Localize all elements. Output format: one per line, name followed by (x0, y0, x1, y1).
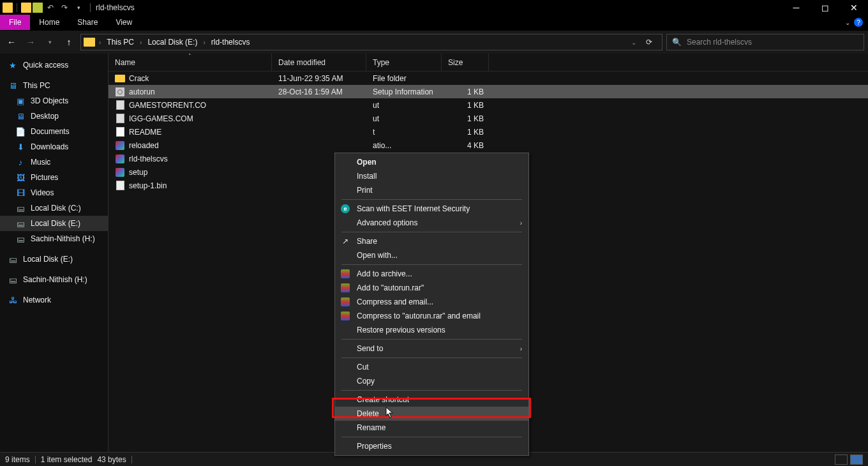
menu-item-restore-previous-versions[interactable]: Restore previous versions (335, 323, 528, 337)
up-button[interactable]: ↑ (61, 34, 77, 50)
view-large-icons-button[interactable] (850, 455, 863, 465)
sidebar-item-pictures[interactable]: 🖼Pictures (0, 170, 108, 185)
column-name[interactable]: Name˄ (108, 54, 272, 71)
breadcrumb[interactable]: Local Disk (E:) (146, 38, 199, 47)
file-icon (115, 167, 125, 177)
forward-button[interactable]: → (23, 34, 38, 50)
menu-item-share[interactable]: ↗Share (335, 234, 528, 248)
dropdown-icon[interactable]: ▾ (72, 1, 85, 14)
help-icon[interactable]: ? (854, 18, 863, 27)
status-selection: 1 item selected (41, 455, 93, 464)
menu-item-delete[interactable]: Delete (335, 407, 528, 421)
file-row[interactable]: IGG-GAMES.COMut1 KB (108, 112, 868, 125)
search-placeholder: Search rld-thelscvs (687, 38, 752, 47)
sidebar-item-3d-objects[interactable]: ▣3D Objects (0, 93, 108, 109)
file-row[interactable]: Crack11-Jun-22 9:35 AMFile folder (108, 71, 868, 85)
file-type: File folder (366, 74, 442, 83)
folder-icon[interactable] (33, 3, 43, 13)
sidebar-label: This PC (23, 81, 50, 90)
menu-item-compress-and-email[interactable]: Compress and email... (335, 295, 528, 309)
cube-icon: ▣ (15, 96, 26, 106)
sidebar-label: Pictures (31, 173, 58, 182)
file-name: setup-1.bin (129, 181, 167, 190)
menu-item-rename[interactable]: Rename (335, 421, 528, 435)
refresh-icon[interactable]: ⟳ (641, 34, 657, 50)
file-date: 11-Jun-22 9:35 AM (272, 74, 366, 83)
file-name: autorun (129, 87, 155, 96)
separator (17, 3, 17, 12)
sidebar-item-downloads[interactable]: ⬇Downloads (0, 139, 108, 154)
tab-home[interactable]: Home (30, 15, 68, 30)
sidebar-item-desktop[interactable]: 🖥Desktop (0, 109, 108, 124)
menu-item-add-to-autorun-rar[interactable]: Add to "autorun.rar" (335, 281, 528, 295)
sidebar-item-sachin-nithish-h-root[interactable]: 🖴Sachin-Nithish (H:) (0, 272, 108, 287)
menu-item-properties[interactable]: Properties (335, 439, 528, 453)
menu-item-compress-to-and-email[interactable]: Compress to "autorun.rar" and email (335, 309, 528, 323)
address-bar[interactable]: › This PC › Local Disk (E:) › rld-thelsc… (80, 34, 662, 50)
sidebar-item-network[interactable]: 🖧Network (0, 292, 108, 308)
undo-icon[interactable]: ↶ (44, 1, 57, 14)
minimize-button[interactable]: ─ (782, 0, 811, 15)
menu-separator (341, 232, 522, 232)
sidebar-item-local-disk-c[interactable]: 🖴Local Disk (C:) (0, 200, 108, 216)
sidebar-item-music[interactable]: ♪Music (0, 154, 108, 170)
menu-item-create-shortcut[interactable]: Create shortcut (335, 393, 528, 407)
file-name: IGG-GAMES.COM (129, 114, 193, 123)
sidebar-item-local-disk-e[interactable]: 🖴Local Disk (E:) (0, 216, 108, 231)
tab-share[interactable]: Share (68, 15, 107, 30)
breadcrumb[interactable]: rld-thelscvs (209, 38, 252, 47)
file-row[interactable]: READMEt1 KB (108, 125, 868, 139)
menu-item-eset-scan[interactable]: eScan with ESET Internet Security (335, 202, 528, 216)
recent-dropdown[interactable]: ▾ (42, 34, 57, 50)
file-size: 4 KB (442, 141, 489, 150)
file-row[interactable]: GAMESTORRENT.COut1 KB (108, 98, 868, 112)
sidebar-item-this-pc[interactable]: 🖥 This PC (0, 78, 108, 93)
sidebar-label: 3D Objects (31, 96, 68, 105)
sidebar-item-sachin-nithish-h[interactable]: 🖴Sachin-Nithish (H:) (0, 231, 108, 246)
separator (90, 3, 91, 12)
file-list: Name˄ Date modified Type Size Crack11-Ju… (108, 54, 868, 452)
sidebar-item-quick-access[interactable]: ★ Quick access (0, 57, 108, 73)
column-size[interactable]: Size (442, 54, 489, 71)
close-button[interactable]: ✕ (839, 0, 868, 15)
menu-item-cut[interactable]: Cut (335, 360, 528, 374)
chevron-right-icon[interactable]: › (98, 39, 102, 46)
folder-icon[interactable] (21, 3, 31, 13)
sidebar-item-videos[interactable]: 🎞Videos (0, 185, 108, 200)
folder-icon (84, 38, 95, 47)
maximize-button[interactable]: ◻ (811, 0, 839, 15)
sidebar-item-local-disk-e-root[interactable]: 🖴Local Disk (E:) (0, 252, 108, 267)
winrar-icon (340, 283, 350, 293)
chevron-right-icon[interactable]: › (138, 39, 143, 46)
sidebar-label: Music (31, 158, 50, 167)
chevron-down-icon[interactable]: ⌄ (845, 19, 850, 26)
back-button[interactable]: ← (4, 34, 19, 50)
sidebar-item-documents[interactable]: 📄Documents (0, 124, 108, 139)
chevron-right-icon[interactable]: › (202, 39, 206, 46)
menu-item-open-with[interactable]: Open with... (335, 248, 528, 262)
file-type: ut (366, 101, 442, 110)
file-type: t (366, 128, 442, 137)
menu-item-send-to[interactable]: Send to› (335, 342, 528, 356)
breadcrumb[interactable]: This PC (105, 38, 136, 47)
tab-file[interactable]: File (0, 15, 30, 30)
chevron-down-icon[interactable]: ⌄ (630, 39, 638, 46)
redo-icon[interactable]: ↷ (58, 1, 71, 14)
menu-item-copy[interactable]: Copy (335, 374, 528, 388)
network-icon: 🖧 (8, 295, 18, 305)
tab-view[interactable]: View (107, 15, 141, 30)
menu-item-advanced-options[interactable]: Advanced options› (335, 216, 528, 230)
desktop-icon: 🖥 (15, 111, 26, 121)
sidebar-label: Downloads (31, 142, 68, 151)
file-row[interactable]: autorun28-Oct-16 1:59 AMSetup Informatio… (108, 85, 868, 98)
column-date[interactable]: Date modified (272, 54, 366, 71)
file-row[interactable]: reloadedatio...4 KB (108, 139, 868, 152)
menu-item-open[interactable]: Open (335, 155, 528, 169)
column-type[interactable]: Type (366, 54, 442, 71)
search-input[interactable]: 🔍 Search rld-thelscvs (666, 34, 864, 50)
menu-item-add-to-archive[interactable]: Add to archive... (335, 267, 528, 281)
file-icon (115, 140, 125, 151)
view-details-button[interactable] (835, 455, 848, 465)
menu-item-install[interactable]: Install (335, 169, 528, 183)
menu-item-print[interactable]: Print (335, 183, 528, 197)
